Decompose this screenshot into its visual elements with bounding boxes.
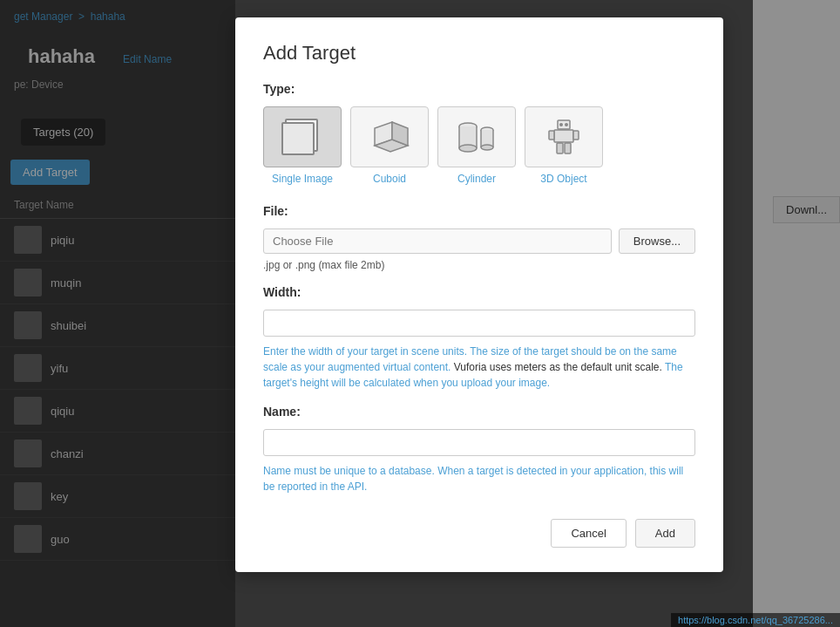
type-box-cylinder xyxy=(437,106,516,167)
file-input-row: Browse... xyxy=(263,228,695,254)
svg-point-22 xyxy=(565,123,568,126)
name-section: Name: Name must be unique to a database.… xyxy=(263,405,695,494)
type-label-3d-object: 3D Object xyxy=(540,173,586,185)
add-button[interactable]: Add xyxy=(635,519,695,548)
modal-title: Add Target xyxy=(263,42,695,65)
3d-object-icon xyxy=(540,115,588,159)
type-section: Type: Single Image xyxy=(263,82,695,185)
type-box-3d-object xyxy=(525,106,603,167)
svg-rect-16 xyxy=(554,130,573,142)
svg-point-12 xyxy=(481,145,493,150)
type-label-cuboid: Cuboid xyxy=(373,173,406,185)
svg-rect-17 xyxy=(549,131,554,140)
svg-rect-19 xyxy=(557,143,563,153)
svg-point-21 xyxy=(559,123,563,126)
type-label-cylinder: Cylinder xyxy=(457,173,496,185)
type-box-single-image xyxy=(263,106,342,167)
type-options: Single Image Cuboid xyxy=(263,106,695,185)
file-label: File: xyxy=(263,204,695,218)
width-label: Width: xyxy=(263,285,695,299)
cuboid-icon xyxy=(366,115,414,159)
width-input[interactable] xyxy=(263,310,695,337)
url-bar: https://blog.csdn.net/qq_36725286... xyxy=(671,613,840,627)
type-option-single-image[interactable]: Single Image xyxy=(263,106,342,185)
type-label-single-image: Single Image xyxy=(272,173,333,185)
file-hint: .jpg or .png (max file 2mb) xyxy=(263,259,695,271)
file-input[interactable] xyxy=(263,228,612,254)
name-input[interactable] xyxy=(263,429,695,456)
svg-rect-18 xyxy=(573,131,579,140)
svg-rect-20 xyxy=(565,143,571,153)
browse-button[interactable]: Browse... xyxy=(619,228,695,254)
cylinder-icon xyxy=(453,115,501,159)
cancel-button[interactable]: Cancel xyxy=(551,519,626,548)
type-box-cuboid xyxy=(350,106,429,167)
file-section: File: Browse... .jpg or .png (max file 2… xyxy=(263,204,695,271)
width-hint: Enter the width of your target in scene … xyxy=(263,344,695,391)
svg-point-7 xyxy=(459,145,477,152)
single-image-icon xyxy=(279,115,327,159)
type-option-3d-object[interactable]: 3D Object xyxy=(525,106,603,185)
name-hint: Name must be unique to a database. When … xyxy=(263,463,695,494)
modal-footer: Cancel Add xyxy=(263,512,695,548)
svg-rect-1 xyxy=(282,123,314,154)
width-section: Width: Enter the width of your target in… xyxy=(263,285,695,391)
type-option-cylinder[interactable]: Cylinder xyxy=(437,106,516,185)
add-target-modal: Add Target Type: Single Image xyxy=(235,17,723,572)
type-option-cuboid[interactable]: Cuboid xyxy=(350,106,429,185)
type-label: Type: xyxy=(263,82,695,96)
name-label: Name: xyxy=(263,405,695,419)
